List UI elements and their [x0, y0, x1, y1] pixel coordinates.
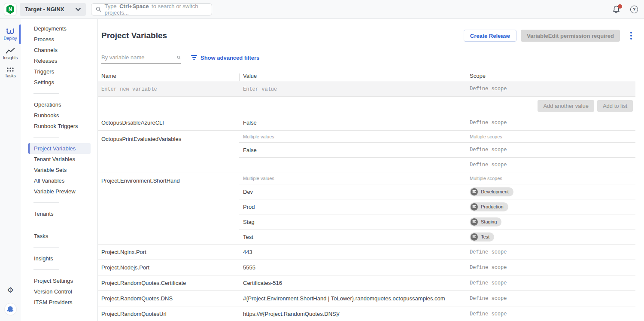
variable-value[interactable]: Test: [239, 234, 466, 240]
notifications-button[interactable]: [612, 5, 621, 14]
project-selector[interactable]: Target - NGINX: [20, 3, 86, 16]
variable-value[interactable]: Prod: [239, 204, 466, 210]
new-variable-define-scope[interactable]: Define scope: [466, 86, 635, 92]
rail-active-indicator: [19, 24, 21, 44]
help-icon: ?: [633, 7, 636, 12]
nginx-logo-letter: N: [9, 6, 12, 12]
sidebar-item-insights[interactable]: Insights: [21, 253, 97, 264]
variable-value[interactable]: 5555: [239, 264, 466, 271]
rail-item-insights[interactable]: Insights: [0, 44, 21, 64]
variable-row[interactable]: OctopusDisableAzureCLI False Define scop…: [98, 115, 635, 131]
project-selector-label: Target - NGINX: [25, 6, 64, 12]
variable-value[interactable]: #{Project.Environment.ShortHand | ToLowe…: [239, 295, 466, 302]
show-advanced-filters-label: Show advanced filters: [200, 55, 259, 61]
variable-row[interactable]: Project.RandomQuotesUrl https://#{Projec…: [98, 306, 635, 321]
sidebar-item-triggers[interactable]: Triggers: [21, 66, 97, 77]
variable-scope[interactable]: Define scope: [466, 265, 635, 271]
environment-chip-label: Test: [481, 234, 489, 239]
sidebar-item-version-control[interactable]: Version Control: [21, 286, 97, 297]
environment-icon: [471, 188, 478, 196]
sidebar-item-tasks[interactable]: Tasks: [21, 231, 97, 242]
variable-row[interactable]: OctopusPrintEvaluatedVariables Multiple …: [98, 131, 635, 172]
overflow-menu-button[interactable]: [627, 30, 635, 41]
rail-label-deploy: Deploy: [3, 36, 17, 41]
variable-scope[interactable]: Define scope: [466, 280, 635, 286]
multiple-values-label: Multiple values: [239, 134, 466, 139]
variable-value[interactable]: Dev: [239, 189, 466, 195]
table-header: Name Value Scope: [98, 70, 635, 81]
sidebar-item-tenants[interactable]: Tenants: [21, 208, 97, 219]
variable-name-filter-input[interactable]: [101, 54, 177, 61]
variable-scope[interactable]: Define scope: [466, 311, 635, 317]
sidebar-divider: [33, 137, 59, 138]
main-content: Project Variables Create Release Variabl…: [98, 19, 644, 321]
variable-subrow[interactable]: False Define scope: [239, 142, 635, 157]
rail-item-deploy[interactable]: Deploy: [0, 24, 21, 44]
global-search-input[interactable]: Type Ctrl+Space to search or switch proj…: [91, 3, 212, 15]
sidebar-item-releases[interactable]: Releases: [21, 55, 97, 66]
environment-scope-chip[interactable]: Staging: [470, 217, 501, 226]
sidebar-item-deployments[interactable]: Deployments: [21, 23, 97, 34]
nginx-logo[interactable]: N: [4, 3, 16, 15]
environment-scope-chip[interactable]: Development: [470, 187, 513, 196]
variable-value[interactable]: Certificates-516: [239, 280, 466, 286]
multiple-values-band: Multiple values Multiple scopes: [239, 172, 635, 184]
filter-icon: [191, 55, 197, 60]
variable-row[interactable]: Project.RandomQuotes.Certificate Certifi…: [98, 275, 635, 291]
sidebar-divider: [33, 202, 59, 203]
variable-subrow[interactable]: Stag Staging: [239, 214, 635, 229]
sidebar-item-tenant-variables[interactable]: Tenant Variables: [21, 154, 97, 165]
variable-scope[interactable]: Define scope: [466, 147, 635, 153]
variable-subrow[interactable]: Prod Production: [239, 199, 635, 214]
sidebar-item-runbook-triggers[interactable]: Runbook Triggers: [21, 121, 97, 131]
environment-chip-label: Development: [481, 189, 509, 194]
topbar-right: ?: [612, 5, 638, 14]
sidebar-item-project-variables[interactable]: Project Variables: [28, 143, 91, 154]
nginx-logo-icon: N: [6, 5, 15, 14]
sidebar-item-variable-preview[interactable]: Variable Preview: [21, 186, 97, 197]
new-variable-name-input[interactable]: [101, 86, 232, 92]
sidebar-item-runbooks[interactable]: Runbooks: [21, 110, 97, 121]
variable-row[interactable]: Project.Nginx.Port 443 Define scope: [98, 245, 635, 260]
variable-row[interactable]: Project.RandomQuotes.DNS #{Project.Envir…: [98, 291, 635, 306]
variable-scope[interactable]: Define scope: [466, 120, 635, 126]
variable-value[interactable]: False: [239, 119, 466, 126]
sidebar-item-itsm-providers[interactable]: ITSM Providers: [21, 297, 97, 308]
variable-scope[interactable]: Define scope: [466, 162, 635, 168]
sidebar-item-settings[interactable]: Settings: [21, 77, 97, 88]
new-variable-row: Define scope: [98, 81, 635, 97]
variable-scope[interactable]: Define scope: [466, 249, 635, 255]
environment-icon: [471, 233, 478, 241]
sidebar-item-project-settings[interactable]: Project Settings: [21, 275, 97, 286]
variable-row[interactable]: Project.Environment.ShortHand Multiple v…: [98, 172, 635, 245]
variable-value[interactable]: Stag: [239, 219, 466, 225]
variable-subrow[interactable]: Test Test: [239, 229, 635, 244]
sidebar-item-operations[interactable]: Operations: [21, 99, 97, 110]
add-to-list-button[interactable]: Add to list: [597, 100, 633, 112]
variable-name-filter[interactable]: [101, 52, 181, 64]
column-header-value: Value: [239, 73, 466, 79]
environment-scope-chip[interactable]: Test: [470, 232, 494, 242]
sidebar-item-all-variables[interactable]: All Variables: [21, 175, 97, 186]
new-variable-value-input[interactable]: [243, 86, 455, 92]
variable-value[interactable]: https://#{Project.RandomQuotes.DNS}/: [239, 311, 466, 317]
variable-value[interactable]: 443: [239, 249, 466, 255]
add-another-value-button[interactable]: Add another value: [538, 100, 594, 112]
settings-gear-icon[interactable]: ⚙: [7, 287, 13, 294]
rail-item-tasks[interactable]: Tasks: [0, 64, 21, 82]
variable-name: Project.RandomQuotesUrl: [98, 311, 239, 317]
variable-subrow[interactable]: Define scope: [239, 157, 635, 172]
variable-value[interactable]: False: [239, 147, 466, 153]
show-advanced-filters-link[interactable]: Show advanced filters: [191, 55, 259, 61]
rail-label-insights: Insights: [3, 55, 18, 60]
sidebar-item-channels[interactable]: Channels: [21, 45, 97, 55]
help-button[interactable]: ?: [630, 6, 638, 13]
variable-subrow[interactable]: Dev Development: [239, 184, 635, 199]
variable-row[interactable]: Project.Nodejs.Port 5555 Define scope: [98, 260, 635, 275]
sidebar-item-process[interactable]: Process: [21, 34, 97, 45]
environment-scope-chip[interactable]: Production: [470, 202, 508, 211]
sidebar-item-variable-sets[interactable]: Variable Sets: [21, 165, 97, 175]
variable-scope[interactable]: Define scope: [466, 296, 635, 302]
create-release-button[interactable]: Create Release: [464, 30, 516, 42]
octopus-avatar[interactable]: [5, 303, 16, 315]
